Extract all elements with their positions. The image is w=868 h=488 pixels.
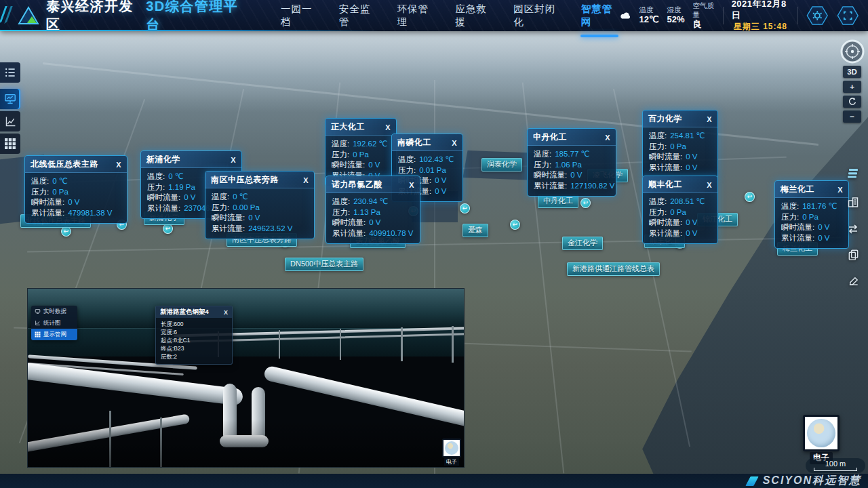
reset-north-icon [848,97,857,106]
field-value: 0 V [818,233,829,244]
left-sidebar [0,62,20,156]
line-chart-icon [4,115,17,128]
card-header: 北线低压总表主路 X [25,156,127,173]
app-root: 北线低压总表主路 新浦化学 南区中压总表旁路 诺力昂氯乙酸 DN500中压总表主… [0,0,868,488]
monitor-icon [3,92,17,106]
field-label: 累计流量: [31,208,64,219]
field-label: 瞬时流量: [31,197,64,208]
eraser-tool[interactable] [845,273,861,286]
card-body: 温度:0 ℃ 压力:0.00 Pa 瞬时流量:0 V 累计流量:249623.5… [205,188,314,239]
close-icon[interactable]: X [299,176,309,184]
close-icon[interactable]: X [601,134,610,142]
copy-layer-tool[interactable] [845,248,861,261]
field-value: 0 V [686,218,697,228]
top-bar: 泰兴经济开发区 3D综合管理平台 一园一档 安全监管 环保管理 应急救援 园区封… [0,0,868,31]
property-row: 起点:8北C1 [161,336,227,344]
zoom-in-button[interactable]: + [843,81,861,93]
settings-button[interactable] [806,5,829,26]
field-label: 温度: [212,192,229,203]
view-mode-3d-button[interactable]: 3D [843,66,861,78]
field-label: 瞬时流量: [332,218,366,228]
field-label: 累计流量: [147,203,180,214]
sidebar-item-realtime-monitor[interactable] [0,89,20,109]
nav-item-archive[interactable]: 一园一档 [279,0,319,31]
fullscreen-icon [844,12,851,20]
field-label: 压力: [147,182,165,193]
inset-basemap-label: 电子 [444,458,459,466]
inset-menu-label: 统计图 [43,319,61,327]
footer-bar: SCIYON科远智慧 [0,474,868,488]
close-icon[interactable]: X [703,181,712,189]
map-label[interactable]: DN500中压总表主路 [285,258,363,271]
field-value: 0 ℃ [168,171,184,182]
close-icon[interactable]: X [224,309,228,316]
nav-item-smart-pipeline[interactable]: 智慧管网 [580,0,620,31]
inset-basemap-toggle[interactable]: 电子 [442,439,461,466]
map-marker[interactable] [745,192,755,202]
field-value: 102.43 ℃ [419,155,454,165]
field-value: 0 ℃ [233,192,248,203]
map-label[interactable]: 爱森 [462,224,488,237]
datetime-widget: 2021年12月8日 星期三 15:48 [732,0,789,33]
property-row: 终点:B23 [161,344,227,352]
building-tool[interactable] [845,195,861,209]
field-value: 0 V [184,192,195,203]
nav-item-closure[interactable]: 园区封闭化 [512,0,561,31]
card-header: 梅兰化工 X [775,181,848,198]
zoom-out-button[interactable]: − [843,110,861,123]
close-icon[interactable]: X [703,115,712,123]
sidebar-item-list[interactable] [0,62,20,83]
list-icon [3,66,17,79]
map-marker[interactable] [460,203,470,214]
layers-tool[interactable] [845,167,861,180]
reset-north-button[interactable] [843,96,861,108]
field-label: 瞬时流量: [649,218,682,228]
map-marker[interactable] [510,220,520,230]
inset-menu-realtime[interactable]: 实时数据 [31,306,77,317]
inset-menu-show-network[interactable]: 显示管网 [31,329,77,340]
compass-control[interactable] [840,39,865,67]
close-icon[interactable]: X [112,161,121,169]
card-title: 百力化学 [648,113,682,125]
inset-menu-statistics[interactable]: 统计图 [31,317,77,329]
map-marker[interactable] [580,198,591,208]
map-label[interactable]: 新港路供通江路管线总表 [567,262,660,276]
map-label[interactable]: 中丹化工 [538,195,578,208]
basemap-toggle[interactable]: 电子 [803,415,840,464]
data-card: 诺力昂氯乙酸 X 温度:230.94 ℃ 压力:1.13 Pa 瞬时流量:0 V… [326,176,420,244]
inset-property-popup: 新港路蓝色钢架4 X 长度:600 宽度:6 起点:8北C1 终点:B23 层数… [155,306,233,365]
weather-humidity-label: 湿度 [667,5,685,14]
field-value: 0 V [248,213,260,224]
app-logo-icon [18,6,39,25]
nav-item-emergency[interactable]: 应急救援 [454,0,494,31]
close-icon[interactable]: X [405,181,414,189]
field-value: 0 V [369,218,380,228]
pipeline-3d-inset[interactable]: 实时数据 统计图 显示管网 新港路蓝色钢架4 X 长度:600 宽度:6 起点:… [27,288,465,468]
sidebar-item-statistics[interactable] [0,111,20,131]
sidebar-item-pipe-network[interactable] [0,134,20,154]
swap-view-tool[interactable] [845,222,861,236]
header-divider [723,7,724,24]
card-title: 新浦化学 [146,154,180,165]
card-body: 温度:208.51 ℃ 压力:0 Pa 瞬时流量:0 V 累计流量:0 V [643,193,717,243]
map-label[interactable]: 金江化学 [562,237,603,250]
map-marker[interactable] [61,226,71,237]
nav-item-safety[interactable]: 安全监管 [338,0,378,31]
field-value: 0 V [435,186,446,197]
header-divider [797,7,798,24]
map-label[interactable]: 润泰化学 [481,158,522,171]
field-label: 累计流量: [781,233,814,244]
field-label: 温度: [649,197,667,207]
close-icon[interactable]: X [448,139,457,147]
close-icon[interactable]: X [226,156,236,164]
field-value: 0.01 Pa [419,165,446,176]
map-marker[interactable] [163,224,173,234]
property-row: 层数:2 [161,352,227,361]
fullscreen-button[interactable] [837,5,859,26]
close-icon[interactable]: X [833,186,843,194]
nav-item-environment[interactable]: 环保管理 [396,0,436,31]
layers-icon [846,167,860,180]
field-label: 累计流量: [534,181,567,192]
gear-icon [813,11,822,20]
close-icon[interactable]: X [381,123,391,131]
